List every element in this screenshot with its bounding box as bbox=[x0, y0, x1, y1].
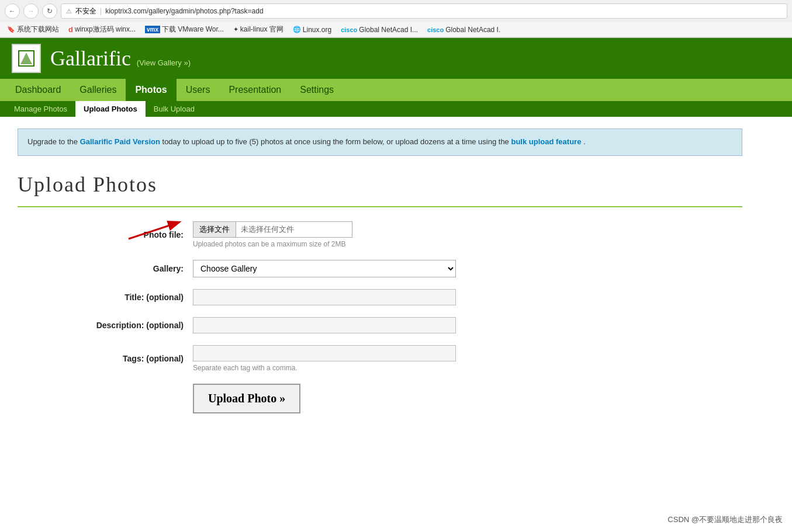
red-arrow-annotation bbox=[123, 215, 187, 245]
bookmark-系统下载网站[interactable]: 🔖 系统下载网站 bbox=[5, 24, 61, 35]
bookmark-label: Global NetAcad I. bbox=[445, 26, 500, 34]
sub-nav: Manage Photos Upload Photos Bulk Upload bbox=[0, 101, 792, 117]
nav-settings[interactable]: Settings bbox=[290, 79, 343, 101]
bookmark-netacad1[interactable]: cisco Global NetAcad I... bbox=[338, 25, 420, 34]
svg-marker-1 bbox=[20, 53, 32, 64]
security-warning-icon: ⚠ bbox=[66, 8, 72, 15]
upgrade-text-before: Upgrade to the bbox=[27, 137, 80, 146]
browser-toolbar: ← → ↻ ⚠ 不安全 | kioptrix3.com/gallery/gadm… bbox=[0, 0, 792, 22]
bookmark-label: winxp激活码 winx... bbox=[75, 25, 136, 34]
page-content: Upgrade to the Gallarific Paid Version t… bbox=[0, 117, 760, 437]
address-bar[interactable]: ⚠ 不安全 | kioptrix3.com/gallery/gadmin/pho… bbox=[61, 4, 787, 19]
nav-photos[interactable]: Photos bbox=[126, 79, 176, 101]
forward-button[interactable]: → bbox=[23, 4, 39, 19]
bookmark-icon-vmware: vmx bbox=[145, 26, 160, 33]
nav-presentation[interactable]: Presentation bbox=[219, 79, 290, 101]
subnav-manage-photos[interactable]: Manage Photos bbox=[6, 101, 75, 117]
bookmark-kali[interactable]: ✦ kail-linux 官网 bbox=[231, 24, 286, 35]
photo-file-field: 选择文件 未选择任何文件 Uploaded photos can be a ma… bbox=[193, 221, 352, 248]
file-name-display: 未选择任何文件 bbox=[236, 221, 352, 238]
upload-form: Photo file: 选择文件 bbox=[18, 221, 742, 413]
bookmark-icon: 🔖 bbox=[7, 26, 15, 33]
tags-label: Tags: (optional) bbox=[41, 354, 193, 363]
tags-row: Tags: (optional) Separate each tag with … bbox=[41, 345, 742, 372]
nav-dashboard[interactable]: Dashboard bbox=[6, 79, 70, 101]
upload-photo-button[interactable]: Upload Photo » bbox=[193, 384, 300, 413]
submit-field: Upload Photo » bbox=[193, 384, 300, 413]
separator: | bbox=[100, 7, 102, 15]
bookmark-winxp[interactable]: d winxp激活码 winx... bbox=[66, 24, 138, 35]
bookmark-icon-kali: ✦ bbox=[233, 26, 238, 33]
bookmark-icon-netacad2: cisco bbox=[427, 26, 444, 33]
submit-row: Upload Photo » bbox=[41, 384, 742, 413]
back-button[interactable]: ← bbox=[5, 4, 20, 19]
app-logo bbox=[12, 44, 41, 73]
bookmark-label: kail-linux 官网 bbox=[240, 25, 283, 34]
tags-hint: Separate each tag with a comma. bbox=[193, 364, 456, 372]
form-table: Photo file: 选择文件 bbox=[41, 221, 742, 413]
view-gallery-link[interactable]: (View Gallery ») bbox=[137, 58, 191, 67]
tags-input[interactable] bbox=[193, 345, 456, 361]
title-row: Title: (optional) bbox=[41, 289, 742, 305]
nav-galleries[interactable]: Galleries bbox=[70, 79, 126, 101]
description-field bbox=[193, 317, 456, 333]
bookmark-netacad2[interactable]: cisco Global NetAcad I. bbox=[425, 25, 503, 34]
description-label: Description: (optional) bbox=[41, 321, 193, 330]
tags-field: Separate each tag with a comma. bbox=[193, 345, 456, 372]
description-input[interactable] bbox=[193, 317, 456, 333]
arrow-container: 选择文件 未选择任何文件 bbox=[193, 221, 352, 238]
choose-file-button[interactable]: 选择文件 bbox=[193, 221, 236, 238]
upgrade-link-paid[interactable]: Gallarific Paid Version bbox=[80, 137, 160, 146]
upgrade-text-after: . bbox=[583, 137, 586, 146]
header-text: Gallarific (View Gallery ») bbox=[50, 46, 191, 71]
security-label: 不安全 bbox=[75, 6, 96, 16]
bookmarks-bar: 🔖 系统下载网站 d winxp激活码 winx... vmx 下载 VMwar… bbox=[0, 22, 792, 37]
upgrade-link-bulk[interactable]: bulk upload feature bbox=[511, 137, 581, 146]
bookmark-linux[interactable]: 🌐 Linux.org bbox=[290, 25, 334, 34]
app-title: Gallarific bbox=[50, 47, 131, 70]
subnav-bulk-upload[interactable]: Bulk Upload bbox=[146, 101, 203, 117]
svg-line-3 bbox=[129, 222, 178, 239]
title-label: Title: (optional) bbox=[41, 293, 193, 302]
bookmark-label: 下载 VMware Wor... bbox=[162, 25, 224, 34]
bookmark-label: Global NetAcad I... bbox=[359, 26, 418, 34]
browser-chrome: ← → ↻ ⚠ 不安全 | kioptrix3.com/gallery/gadm… bbox=[0, 0, 792, 38]
description-row: Description: (optional) bbox=[41, 317, 742, 333]
title-field bbox=[193, 289, 456, 305]
gallery-label: Gallery: bbox=[41, 264, 193, 273]
url-text: kioptrix3.com/gallery/gadmin/photos.php?… bbox=[105, 7, 264, 15]
upgrade-notice: Upgrade to the Gallarific Paid Version t… bbox=[18, 128, 742, 156]
reload-button[interactable]: ↻ bbox=[42, 4, 57, 19]
gallery-select[interactable]: Choose Gallery bbox=[193, 260, 456, 277]
nav-users[interactable]: Users bbox=[177, 79, 220, 101]
app-header: Gallarific (View Gallery ») bbox=[0, 38, 792, 79]
page-title: Upload Photos bbox=[18, 168, 742, 207]
gallery-field: Choose Gallery bbox=[193, 260, 456, 277]
file-size-hint: Uploaded photos can be a maximum size of… bbox=[193, 240, 352, 248]
main-nav: Dashboard Galleries Photos Users Present… bbox=[0, 79, 792, 101]
bookmark-vmware[interactable]: vmx 下载 VMware Wor... bbox=[143, 24, 226, 35]
photo-file-row: Photo file: 选择文件 bbox=[41, 221, 742, 248]
bookmark-icon-linux: 🌐 bbox=[293, 26, 301, 33]
file-input-wrapper: 选择文件 未选择任何文件 bbox=[193, 221, 352, 238]
bookmark-icon-d: d bbox=[68, 25, 73, 34]
bookmark-label: Linux.org bbox=[303, 26, 331, 34]
bookmark-label: 系统下载网站 bbox=[17, 25, 59, 34]
subnav-upload-photos[interactable]: Upload Photos bbox=[75, 101, 146, 117]
upgrade-text-middle: today to upload up to five (5) photos at… bbox=[162, 137, 511, 146]
gallery-row: Gallery: Choose Gallery bbox=[41, 260, 742, 277]
bookmark-icon-netacad1: cisco bbox=[341, 26, 357, 33]
title-input[interactable] bbox=[193, 289, 456, 305]
